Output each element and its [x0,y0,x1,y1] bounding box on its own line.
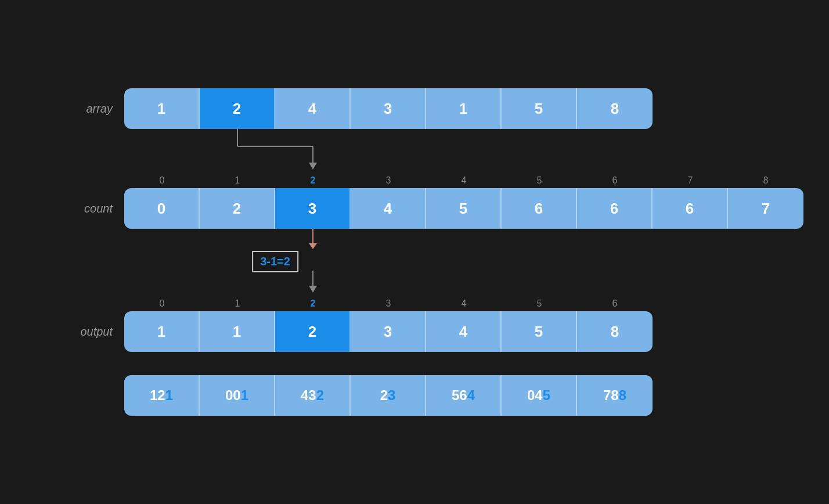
out-idx-0: 0 [124,298,200,309]
array-cell-1: 2 [200,88,275,129]
bottom-c0-blue: 1 [165,387,173,404]
bottom-c3-normal: 2 [380,387,388,404]
output-cell-2: 2 [275,311,351,352]
output-bar: 1 1 2 3 4 5 8 [124,311,653,352]
output-label: output [72,325,124,339]
array-row: array 1 2 4 3 1 5 8 [72,88,653,129]
count-cell-3: 4 [351,188,426,229]
connector-svg [124,129,658,175]
bottom-c0-normal: 12 [150,387,165,404]
array-cell-6: 8 [577,88,653,129]
count-idx-7: 7 [653,175,728,186]
array-bar: 1 2 4 3 1 5 8 [124,88,653,129]
bottom-row-wrap: 121 001 432 23 564 045 788 [72,375,653,416]
output-cell-5: 5 [502,311,577,352]
count-index-row-wrap: 0 1 2 3 4 5 6 7 8 [72,175,803,188]
bottom-c5-normal: 04 [527,387,543,404]
formula-section: 3-1=2 [124,229,351,298]
output-index-row: 0 1 2 3 4 5 6 [124,298,653,309]
formula-arrow-svg2 [124,229,351,298]
output-cell-3: 3 [351,311,426,352]
bottom-c2-normal: 43 [301,387,316,404]
array-cell-0: 1 [124,88,200,129]
count-idx-1: 1 [200,175,275,186]
count-idx-5: 5 [502,175,577,186]
bottom-c2-blue: 2 [316,387,324,404]
count-idx-6: 6 [577,175,653,186]
out-idx-5: 5 [502,298,577,309]
formula-arrow-area: 3-1=2 [124,229,351,298]
count-label: count [72,202,124,215]
count-bar: 0 2 3 4 5 6 6 6 7 [124,188,803,229]
bottom-c1-blue: 1 [241,387,248,404]
count-cell-2: 3 [275,188,351,229]
out-idx-2: 2 [275,298,351,309]
output-cell-0: 1 [124,311,200,352]
count-cell-0: 0 [124,188,200,229]
array-label: array [72,102,124,116]
bottom-c4-blue: 4 [467,387,475,404]
count-cell-1: 2 [200,188,275,229]
diagram: array 1 2 4 3 1 5 8 0 1 2 3 4 [72,88,803,416]
bottom-cell-0: 121 [124,375,200,416]
bottom-bar: 121 001 432 23 564 045 788 [124,375,653,416]
bottom-c6-blue: 8 [619,387,626,404]
out-idx-1: 1 [200,298,275,309]
svg-marker-7 [309,286,317,293]
count-idx-3: 3 [351,175,426,186]
output-cell-1: 1 [200,311,275,352]
array-cell-4: 1 [426,88,502,129]
bottom-cell-3: 23 [351,375,426,416]
array-cell-2: 4 [275,88,351,129]
bottom-cell-2: 432 [275,375,351,416]
out-idx-3: 3 [351,298,426,309]
bottom-c6-normal: 78 [603,387,619,404]
count-cell-5: 6 [502,188,577,229]
bottom-cell-5: 045 [502,375,577,416]
svg-marker-3 [309,163,317,170]
out-idx-4: 4 [426,298,502,309]
count-idx-8: 8 [728,175,803,186]
out-idx-6: 6 [577,298,653,309]
bottom-cell-4: 564 [426,375,502,416]
count-idx-2: 2 [275,175,351,186]
count-idx-4: 4 [426,175,502,186]
count-cell-8: 7 [728,188,803,229]
array-cell-5: 5 [502,88,577,129]
bottom-c5-blue: 5 [543,387,550,404]
bottom-cell-1: 001 [200,375,275,416]
bottom-c4-normal: 56 [452,387,467,404]
count-cell-6: 6 [577,188,653,229]
count-idx-0: 0 [124,175,200,186]
bottom-cell-6: 788 [577,375,653,416]
output-cell-4: 4 [426,311,502,352]
count-row: count 0 2 3 4 5 6 6 6 7 [72,188,803,229]
array-cell-3: 3 [351,88,426,129]
bottom-c1-normal: 00 [225,387,241,404]
count-cell-4: 5 [426,188,502,229]
output-cell-6: 8 [577,311,653,352]
connector-area [124,129,658,175]
bottom-c3-blue: 3 [388,387,395,404]
output-index-row-wrap: 0 1 2 3 4 5 6 [72,298,653,311]
output-row: output 1 1 2 3 4 5 8 [72,311,653,352]
count-index-row: 0 1 2 3 4 5 6 7 8 [124,175,803,186]
count-cell-7: 6 [653,188,728,229]
